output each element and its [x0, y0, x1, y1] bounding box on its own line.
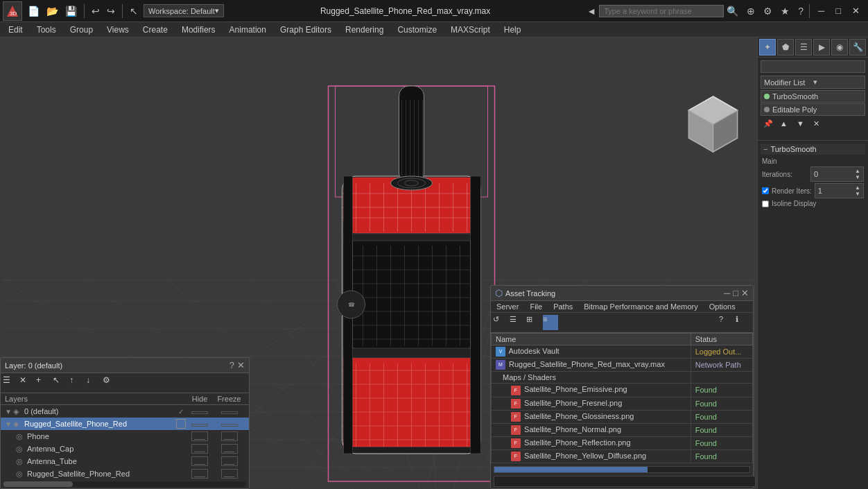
object-name-input[interactable]: Phone: [761, 60, 865, 73]
render-spinner-up[interactable]: ▲: [855, 185, 860, 191]
asset-reload-icon[interactable]: ↺: [493, 315, 508, 330]
asset-menu-paths[interactable]: Paths: [548, 301, 578, 312]
status-column-header[interactable]: Status: [691, 334, 752, 345]
menu-views[interactable]: Views: [100, 24, 136, 36]
menu-tools[interactable]: Tools: [30, 24, 63, 36]
layer-help-button[interactable]: ?: [229, 360, 234, 370]
asset-row-maxfile[interactable]: M Rugged_Satellite_Phone_Red_max_vray.ma…: [492, 359, 753, 372]
close-button[interactable]: ✕: [847, 6, 865, 16]
asset-table: Name Status V Autodesk Vault Logged Out.…: [491, 333, 753, 463]
asset-maximize-button[interactable]: □: [733, 288, 738, 298]
menu-customize[interactable]: Customize: [390, 24, 444, 36]
menu-group[interactable]: Group: [63, 24, 100, 36]
asset-menu-server[interactable]: Server: [491, 301, 524, 312]
minimize-button[interactable]: ─: [813, 6, 830, 16]
layer-row-default[interactable]: ▼ ◈ 0 (default) ✓: [1, 405, 249, 418]
delete-modifier-icon[interactable]: ✕: [813, 119, 828, 135]
iterations-spinner[interactable]: 0 ▲ ▼: [810, 166, 864, 182]
asset-minimize-button[interactable]: ─: [724, 288, 730, 298]
name-column-header[interactable]: Name: [492, 334, 691, 345]
status-badge: Found: [695, 439, 717, 447]
asset-row-normal[interactable]: F Satellite_Phone_Normal.png Found: [492, 423, 753, 436]
pin-icon[interactable]: 📌: [763, 119, 779, 135]
maximize-button[interactable]: □: [830, 6, 847, 16]
bookmark-icon[interactable]: ★: [778, 4, 792, 18]
layer-icon-1[interactable]: ☰: [3, 375, 18, 391]
asset-menu-file[interactable]: File: [524, 301, 548, 312]
utilities-tab-icon[interactable]: 🔧: [849, 39, 866, 55]
move-down-icon[interactable]: ▼: [797, 119, 812, 135]
redo-icon[interactable]: ↪: [104, 4, 118, 18]
layer-close-button[interactable]: ✕: [237, 360, 245, 370]
layer-select-icon[interactable]: ↖: [53, 375, 68, 391]
layer-row-phone[interactable]: ◎ Phone ___ ___: [1, 430, 249, 443]
spinner-up[interactable]: ▲: [855, 168, 860, 174]
asset-row-maps[interactable]: Maps / Shaders: [492, 372, 753, 384]
menu-animation[interactable]: Animation: [223, 24, 273, 36]
settings-icon[interactable]: ⚙: [761, 4, 775, 18]
asset-grid-icon[interactable]: ⊞: [526, 315, 541, 330]
layer-row-antennacap[interactable]: ◎ Antenna_Cap ___ ___: [1, 443, 249, 455]
menu-help[interactable]: Help: [497, 24, 528, 36]
workspace-dropdown[interactable]: Workspace: Default ▾: [144, 4, 224, 17]
hierarchy-tab-icon[interactable]: ☰: [795, 39, 812, 55]
asset-menu-options[interactable]: Options: [704, 301, 741, 312]
nav-arrow[interactable]: ◄: [584, 4, 599, 18]
render-iters-checkbox[interactable]: [762, 187, 769, 194]
layer-delete-icon[interactable]: ✕: [19, 375, 35, 391]
asset-row-reflection[interactable]: F Satellite_Phone_Reflection.png Found: [492, 436, 753, 449]
turbosmooth-section-header[interactable]: − TurboSmooth: [761, 144, 865, 155]
modifier-list-dropdown[interactable]: Modifier List ▾: [761, 76, 865, 89]
menu-rendering[interactable]: Rendering: [338, 24, 390, 36]
layer-scrollbar[interactable]: [3, 481, 246, 487]
menu-maxscript[interactable]: MAXScript: [444, 24, 497, 36]
menu-edit[interactable]: Edit: [1, 24, 30, 36]
render-iters-spinner[interactable]: 1 ▲ ▼: [815, 183, 864, 198]
layer-row-antennatube[interactable]: ◎ Antenna_Tube ___ ___: [1, 455, 249, 467]
asset-row-glossiness[interactable]: F Satellite_Phone_Glossiness.png Found: [492, 410, 753, 423]
undo-icon[interactable]: ↩: [89, 4, 103, 18]
asset-row-fresnel[interactable]: F Satellite_Phone_Fresnel.png Found: [492, 397, 753, 410]
asset-row-yellow[interactable]: F Satellite_Phone_Yellow_Diffuse.png Fou…: [492, 449, 753, 463]
asset-info-icon[interactable]: ℹ: [736, 315, 751, 330]
open-file-icon[interactable]: 📂: [44, 4, 61, 18]
layer-move-icon[interactable]: ↑: [69, 375, 85, 391]
asset-help-icon[interactable]: ?: [719, 315, 734, 330]
help-icon[interactable]: ?: [795, 4, 806, 18]
modifier-editablepoly-item[interactable]: Editable Poly: [761, 103, 865, 116]
menu-create[interactable]: Create: [136, 24, 175, 36]
menu-graph-editors[interactable]: Graph Editors: [273, 24, 338, 36]
select-icon[interactable]: ↖: [127, 4, 141, 18]
asset-menu-bitmap[interactable]: Bitmap Performance and Memory: [578, 301, 703, 312]
layer-checkbox[interactable]: [176, 419, 186, 429]
layer-add-icon[interactable]: +: [36, 375, 51, 391]
modify-tab-icon[interactable]: ⬟: [777, 39, 794, 55]
isoline-checkbox[interactable]: [762, 200, 769, 207]
select-filter-icon[interactable]: ⊕: [744, 4, 758, 18]
asset-row-vault[interactable]: V Autodesk Vault Logged Out...: [492, 345, 753, 359]
layer-icon: ◈: [13, 407, 23, 416]
asset-list-icon[interactable]: ☰: [510, 315, 525, 330]
asset-path-input[interactable]: [494, 476, 756, 487]
search-icon[interactable]: 🔍: [724, 4, 741, 18]
asset-close-button[interactable]: ✕: [741, 288, 749, 298]
save-icon[interactable]: 💾: [62, 4, 80, 18]
spinner-down[interactable]: ▼: [855, 174, 860, 180]
layer-row-rugged[interactable]: ▼ ◈ Rugged_Satellite_Phone_Red: [1, 418, 249, 430]
render-spinner-down[interactable]: ▼: [855, 191, 860, 197]
move-up-icon[interactable]: ▲: [780, 119, 795, 135]
scrollbar-thumb[interactable]: [3, 481, 73, 487]
status-badge: Found: [695, 400, 717, 408]
modifier-turbosmoothitem[interactable]: TurboSmooth: [761, 90, 865, 103]
menu-modifiers[interactable]: Modifiers: [175, 24, 223, 36]
asset-row-emissive[interactable]: F Satellite_Phone_Emissive.png Found: [492, 384, 753, 397]
layer-move-down-icon[interactable]: ↓: [86, 375, 101, 391]
layer-settings-icon[interactable]: ⚙: [103, 375, 118, 391]
create-tab-icon[interactable]: ✦: [759, 39, 776, 55]
asset-detail-icon[interactable]: ≡: [543, 315, 558, 330]
motion-tab-icon[interactable]: ▶: [813, 39, 830, 55]
display-tab-icon[interactable]: ◉: [831, 39, 848, 55]
search-input[interactable]: [599, 5, 724, 17]
layer-row-rugged2[interactable]: ◎ Rugged_Satellite_Phone_Red ___ ___: [1, 467, 249, 480]
new-file-icon[interactable]: 📄: [25, 4, 42, 18]
